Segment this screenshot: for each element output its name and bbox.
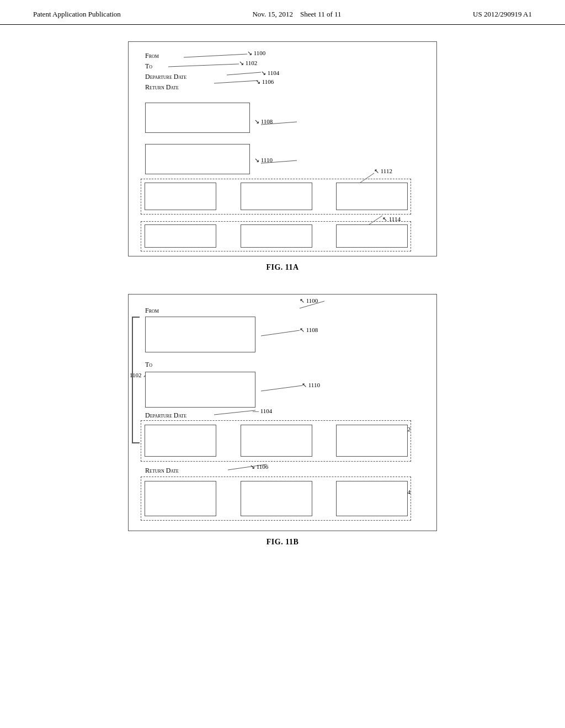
header-left: Patent Application Publication xyxy=(33,10,121,19)
svg-line-2 xyxy=(227,72,261,75)
svg-line-9 xyxy=(261,330,300,336)
from-label-11b: From xyxy=(145,307,159,315)
return-date-label-11b: Return Date xyxy=(145,467,179,475)
box11b-1108 xyxy=(145,317,255,352)
ref-1112: ↖ 1112 xyxy=(374,168,392,175)
ref-1110: ↘ 1110 xyxy=(254,157,273,164)
svg-line-11 xyxy=(214,410,255,415)
inner-box-1114-2 xyxy=(241,224,312,248)
svg-line-0 xyxy=(184,54,247,57)
bracket-1102 xyxy=(132,317,140,443)
fig11b-outer-box: ↖ 1100 From ↖ 1108 1102 ↗ To xyxy=(128,294,437,531)
inner-box-1114-1 xyxy=(145,224,216,248)
departure-date-label-11b: Departure Date xyxy=(145,411,186,420)
ref-1108: ↘ 1108 xyxy=(254,118,273,125)
inner-box-11b-1114-3 xyxy=(336,481,408,516)
departure-date-label: Departure Date xyxy=(145,73,186,81)
fig11b-caption: FIG. 11B xyxy=(266,538,299,547)
ref-1106a: ↘ 1106 xyxy=(255,78,274,85)
ref11b-1104: — 1104 xyxy=(253,408,272,414)
dashed-group-11b-1114 xyxy=(141,477,411,521)
fig11a-outer-box: From To Departure Date Return Date ↘ 110… xyxy=(128,41,437,256)
page-header: Patent Application Publication Nov. 15, … xyxy=(0,0,565,25)
return-date-label: Return Date xyxy=(145,83,186,92)
fig11a-caption: FIG. 11A xyxy=(266,263,299,272)
inner-box-11b-1114-2 xyxy=(241,481,312,516)
ref11b-1108: ↖ 1108 xyxy=(300,326,318,334)
dashed-group-11b-1112 xyxy=(141,420,411,462)
inner-box-1112-2 xyxy=(241,183,312,210)
inner-box-11b-1112-3 xyxy=(336,425,408,457)
inner-box-1112-3 xyxy=(336,183,408,210)
header-right: US 2012/290919 A1 xyxy=(473,10,532,19)
header-center: Nov. 15, 2012 Sheet 11 of 11 xyxy=(252,10,341,19)
box-1110 xyxy=(145,144,250,174)
figure-11b-block: ↖ 1100 From ↖ 1108 1102 ↗ To xyxy=(55,294,510,547)
box11b-1110 xyxy=(145,372,255,408)
ref-1102: ↘ 1102 xyxy=(239,60,257,67)
inner-box-1112-1 xyxy=(145,183,216,210)
fig11b-diagram-wrap: ↖ 1100 From ↖ 1108 1102 ↗ To xyxy=(128,294,437,531)
ref11b-1106: ↘ 1106 xyxy=(250,463,268,470)
from-label: From xyxy=(145,52,186,60)
dashed-group-1114 xyxy=(141,221,411,251)
figure-11a-block: From To Departure Date Return Date ↘ 110… xyxy=(55,41,510,272)
page-content: From To Departure Date Return Date ↘ 110… xyxy=(0,25,565,563)
ref11b-1110: ↖ 1110 xyxy=(302,382,320,389)
to-label: To xyxy=(145,62,186,71)
ref11b-1100: ↖ 1100 xyxy=(300,297,318,304)
fig11a-labels: From To Departure Date Return Date xyxy=(145,52,186,94)
inner-box-1114-3 xyxy=(336,224,408,248)
inner-box-11b-1112-2 xyxy=(241,425,312,457)
box-1108 xyxy=(145,103,250,133)
dashed-group-1112 xyxy=(141,179,411,215)
inner-box-11b-1112-1 xyxy=(145,425,216,457)
ref-1104a: ↘ 1104 xyxy=(261,69,279,77)
inner-box-11b-1114-1 xyxy=(145,481,216,516)
svg-line-3 xyxy=(214,81,258,83)
svg-line-10 xyxy=(261,386,302,391)
to-label-11b: To xyxy=(145,361,152,369)
fig11a-diagram-wrap: From To Departure Date Return Date ↘ 110… xyxy=(128,41,437,256)
ref-1100: ↘ 11081100 xyxy=(247,50,265,57)
